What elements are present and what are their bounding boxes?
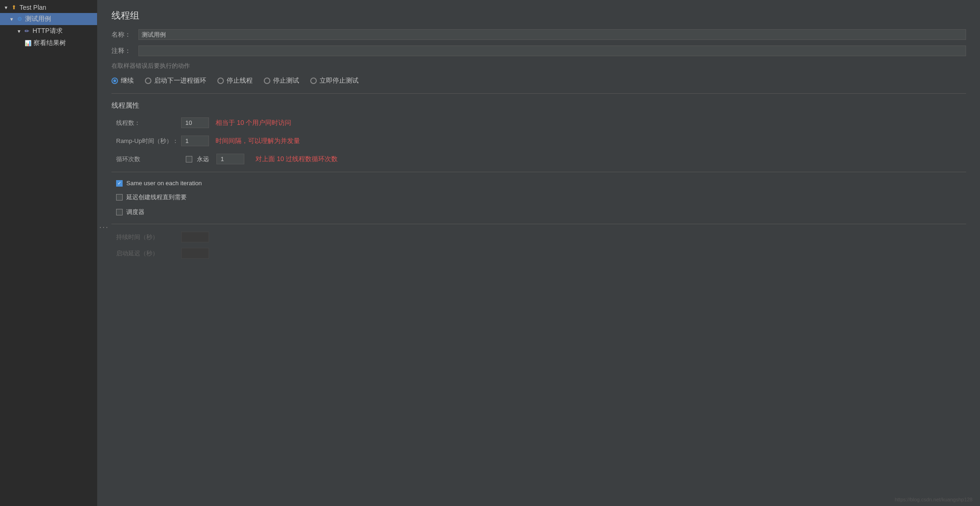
sidebar: ▼ ⬆ Test Plan ▼ ⚙ 测试用例 ▼ ✏ HTTP请求 📊 察看结果… bbox=[0, 0, 98, 506]
pencil-icon: ✏ bbox=[23, 27, 31, 35]
arrow-icon: ▼ bbox=[17, 29, 22, 34]
radio-label-stop-thread: 停止线程 bbox=[227, 77, 253, 85]
radio-label-start-next: 启动下一进程循环 bbox=[154, 77, 206, 85]
delay-create-label: 延迟创建线程直到需要 bbox=[126, 193, 187, 201]
ramp-up-input[interactable] bbox=[181, 136, 209, 146]
sidebar-item-test-plan[interactable]: ▼ ⬆ Test Plan bbox=[0, 2, 97, 13]
section-title: 线程组 bbox=[111, 9, 966, 22]
loop-count-row: 循环次数 永远 对上面 10 过线程数循环次数 bbox=[111, 154, 966, 164]
scheduler-row: 调度器 bbox=[111, 208, 966, 216]
comment-label: 注释： bbox=[111, 47, 135, 55]
sidebar-item-label: 测试用例 bbox=[25, 15, 51, 23]
radio-start-next-loop[interactable]: 启动下一进程循环 bbox=[145, 77, 206, 85]
ramp-up-annotation: 时间间隔，可以理解为并发量 bbox=[216, 137, 300, 145]
duration-row: 持续时间（秒） bbox=[111, 232, 966, 242]
radio-label-continue: 继续 bbox=[121, 77, 134, 85]
delay-create-checkbox[interactable] bbox=[116, 194, 123, 201]
ramp-up-row: Ramp-Up时间（秒）： 时间间隔，可以理解为并发量 bbox=[111, 136, 966, 146]
loop-forever-checkbox[interactable] bbox=[186, 156, 192, 162]
same-user-checkbox[interactable]: ✓ bbox=[116, 180, 123, 187]
name-input[interactable] bbox=[138, 29, 966, 40]
thread-props: 线程数： 相当于 10 个用户同时访问 Ramp-Up时间（秒）： 时间间隔，可… bbox=[111, 117, 966, 164]
radio-stop-test-now[interactable]: 立即停止测试 bbox=[310, 77, 359, 85]
radio-stop-thread[interactable]: 停止线程 bbox=[217, 77, 253, 85]
name-label: 名称： bbox=[111, 31, 135, 39]
ramp-up-label: Ramp-Up时间（秒）： bbox=[116, 137, 181, 145]
radio-circle-stop-test bbox=[264, 78, 270, 84]
radio-circle-start-next bbox=[145, 78, 151, 84]
sidebar-item-label: HTTP请求 bbox=[33, 27, 63, 35]
sidebar-item-results-tree[interactable]: 📊 察看结果树 bbox=[0, 37, 97, 49]
thread-props-title: 线程属性 bbox=[111, 101, 966, 110]
sidebar-item-label: 察看结果树 bbox=[33, 39, 66, 47]
sidebar-item-http-request[interactable]: ▼ ✏ HTTP请求 bbox=[0, 25, 97, 37]
thread-count-label: 线程数： bbox=[116, 119, 181, 127]
delay-create-row: 延迟创建线程直到需要 bbox=[111, 193, 966, 201]
footer-url: https://blog.csdn.net/kuangshp128 bbox=[895, 497, 973, 502]
radio-group: 继续 启动下一进程循环 停止线程 停止测试 立即停止测试 bbox=[111, 77, 966, 85]
radio-circle-continue bbox=[111, 78, 118, 84]
loop-count-annotation: 对上面 10 过线程数循环次数 bbox=[255, 155, 338, 163]
thread-count-annotation: 相当于 10 个用户同时访问 bbox=[216, 119, 291, 127]
testplan-icon: ⬆ bbox=[10, 4, 18, 11]
sidebar-item-thread-group[interactable]: ▼ ⚙ 测试用例 bbox=[0, 13, 97, 25]
checkmark-icon: ✓ bbox=[118, 181, 121, 186]
radio-circle-stop-thread bbox=[217, 78, 224, 84]
radio-label-stop-test: 停止测试 bbox=[273, 77, 299, 85]
arrow-icon: ▼ bbox=[4, 5, 9, 10]
arrow-icon: ▼ bbox=[9, 17, 15, 22]
radio-continue[interactable]: 继续 bbox=[111, 77, 134, 85]
startup-delay-row: 启动延迟（秒） bbox=[111, 248, 966, 259]
radio-dot-continue bbox=[113, 79, 116, 82]
chart-icon: 📊 bbox=[24, 39, 32, 47]
loop-forever-label: 永远 bbox=[197, 155, 209, 163]
radio-stop-test[interactable]: 停止测试 bbox=[264, 77, 299, 85]
main-content: ⋮ 线程组 名称： 注释： 在取样器错误后要执行的动作 继续 启动下一进程循环 … bbox=[98, 0, 980, 506]
loop-count-input[interactable] bbox=[216, 154, 244, 164]
duration-label: 持续时间（秒） bbox=[116, 233, 181, 241]
startup-delay-label: 启动延迟（秒） bbox=[116, 249, 181, 258]
sidebar-item-label: Test Plan bbox=[20, 4, 46, 11]
loop-count-label: 循环次数 bbox=[116, 155, 181, 163]
resize-handle[interactable]: ⋮ bbox=[98, 219, 111, 237]
error-action-label: 在取样器错误后要执行的动作 bbox=[111, 62, 966, 70]
thread-count-input[interactable] bbox=[181, 117, 209, 128]
comment-input[interactable] bbox=[138, 45, 966, 56]
radio-circle-stop-now bbox=[310, 78, 317, 84]
duration-input bbox=[181, 232, 209, 242]
radio-label-stop-now: 立即停止测试 bbox=[320, 77, 359, 85]
scheduler-checkbox[interactable] bbox=[116, 209, 123, 215]
same-user-label: Same user on each iteration bbox=[126, 180, 202, 187]
name-row: 名称： bbox=[111, 29, 966, 40]
scheduler-label: 调度器 bbox=[126, 208, 144, 216]
startup-delay-input bbox=[181, 248, 209, 259]
comment-row: 注释： bbox=[111, 45, 966, 56]
thread-count-row: 线程数： 相当于 10 个用户同时访问 bbox=[111, 117, 966, 128]
same-user-row: ✓ Same user on each iteration bbox=[111, 180, 966, 187]
gear-icon: ⚙ bbox=[16, 15, 23, 23]
